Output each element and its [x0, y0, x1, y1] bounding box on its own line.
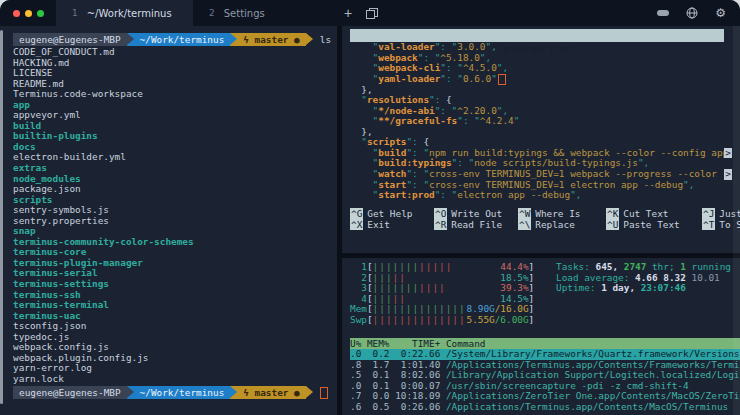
dir-entry: terminus-core — [13, 247, 337, 258]
minimize-window-button[interactable] — [25, 10, 32, 17]
process-row: .7 0.0 10:18.09 /Applications/ZeroTier O… — [350, 391, 740, 402]
dir-entry: docs — [13, 142, 337, 153]
file-entry: Terminus.code-workspace — [13, 89, 337, 100]
terminal-pane-htop[interactable]: 1[||||||||||||44.4%] 2[|||||18.5%] 3[|||… — [342, 258, 740, 415]
powerline-arrow — [306, 33, 313, 46]
dir-entry: node_modules — [13, 174, 337, 185]
dir-entry: extras — [13, 163, 337, 174]
window-controls — [0, 10, 56, 17]
htop-table-header: U% MEM% TIME+ Command — [350, 338, 740, 349]
serial-pill-icon[interactable] — [657, 10, 669, 16]
tab-bar: 1~/Work/terminus2Settings + ⚙ — [0, 0, 740, 26]
toolbar-icons: ⚙ — [657, 7, 740, 19]
globe-icon[interactable] — [686, 7, 698, 19]
nano-line: "scripts": { — [350, 137, 732, 148]
dir-entry: terminus-uac — [13, 311, 337, 322]
scrollbar-thumb[interactable] — [0, 30, 3, 404]
nano-title-bar: package.json GNU nano 4.5 — [350, 29, 724, 42]
line-truncated-marker: > — [724, 169, 732, 180]
tab-2[interactable]: 2Settings — [193, 0, 330, 26]
htop-meter: 4[|||||14.5%] — [350, 294, 546, 305]
tab-list: 1~/Work/terminus2Settings — [56, 0, 330, 26]
prompt-user-host: eugene@Eugenes-MBP — [13, 33, 127, 46]
file-entry: tsconfig.json — [13, 321, 337, 332]
htop-meter: 1[||||||||||||44.4%] — [350, 262, 546, 273]
nano-editor-content: "val-loader": "3.0.0", "webpack": "^5.18… — [350, 42, 732, 201]
dir-entry: terminus-plugin-manager — [13, 258, 337, 269]
nano-line: }, — [350, 127, 732, 138]
nano-shortcut: ^UPaste Text — [606, 220, 702, 231]
nano-shortcut: ^WWhere Is — [518, 209, 606, 220]
new-tab-button[interactable]: + — [344, 6, 352, 20]
nano-line: "start": "cross-env TERMINUS_DEV=1 elect… — [350, 180, 732, 191]
nano-line: "**/graceful-fs": "^4.2.4" — [350, 116, 732, 127]
ls-output: CODE_OF_CONDUCT.mdHACKING.mdLICENSEREADM… — [13, 47, 337, 385]
nano-line: "yaml-loader": "0.6.0" — [350, 74, 732, 85]
file-entry: LICENSE — [13, 68, 337, 79]
process-row-selected: .0 0.2 0:22.66 /System/Library/Framework… — [350, 349, 740, 360]
dir-entry: terminus-terminal — [13, 300, 337, 311]
htop-meter: 3[|||||||||||39.3%] — [350, 283, 546, 294]
prompt-path: ~/Work/terminus — [134, 33, 231, 46]
powerline-arrow — [127, 33, 134, 46]
nano-line: }, — [350, 85, 732, 96]
pane-area: eugene@Eugenes-MBP~/Work/terminusϟ maste… — [0, 26, 740, 415]
shell-prompt-top: eugene@Eugenes-MBP~/Work/terminusϟ maste… — [13, 33, 337, 46]
htop-stats: Tasks: 645, 2747 thr; 1 runningLoad aver… — [556, 262, 731, 325]
scrollbar-track[interactable] — [733, 26, 740, 415]
split-icon[interactable] — [366, 8, 377, 18]
close-window-button[interactable] — [13, 10, 20, 17]
file-entry: sentry-symbols.js — [13, 205, 337, 216]
gear-icon[interactable]: ⚙ — [715, 7, 726, 19]
file-entry: README.md — [13, 79, 337, 90]
dir-entry: terminus-settings — [13, 279, 337, 290]
nano-shortcut: ^OWrite Out — [434, 209, 518, 220]
line-truncated-marker: > — [724, 148, 732, 159]
dir-entry: build — [13, 121, 337, 132]
nano-line: "webpack-cli": "^4.5.0", — [350, 63, 732, 74]
prompt-git-branch: ϟ master ● — [237, 33, 305, 46]
typed-command: ls — [320, 34, 331, 45]
nano-shortcut-bar: ^GGet Help^OWrite Out^WWhere Is^KCut Tex… — [350, 209, 732, 231]
htop-process-table: U% MEM% TIME+ Command .0 0.2 0:22.66 /Sy… — [350, 338, 740, 412]
file-entry: webpack.config.js — [13, 342, 337, 353]
htop-meter: Mem[||||||||||||||||8.90G/16.0G] — [350, 304, 546, 315]
file-entry: yarn.lock — [13, 374, 337, 385]
dir-entry: terminus-community-color-schemes — [13, 237, 337, 248]
process-row: .8 1.7 1:01.40 /Applications/Terminus.ap… — [350, 360, 740, 371]
prompt-git-branch: ϟ master ● — [237, 386, 305, 399]
dir-entry: scripts — [13, 195, 337, 206]
nano-shortcut: ^XExit — [350, 220, 434, 231]
terminal-pane-shell[interactable]: eugene@Eugenes-MBP~/Work/terminusϟ maste… — [0, 26, 337, 415]
process-row: .6 0.5 0:26.06 /Applications/Terminus.ap… — [350, 402, 740, 413]
prompt-user-host: eugene@Eugenes-MBP — [13, 386, 127, 399]
maximize-window-button[interactable] — [37, 10, 44, 17]
nano-cursor — [498, 74, 506, 85]
nano-line: "webpack": "^5.18.0", — [350, 53, 732, 64]
htop-stat-line: Uptime: 1 day, 23:07:46 — [556, 283, 731, 294]
nano-line: "build": "npm run build:typings && webpa… — [350, 148, 732, 159]
terminal-pane-nano[interactable]: package.json GNU nano 4.5 "val-loader": … — [342, 26, 740, 253]
powerline-arrow — [306, 386, 313, 399]
file-entry: CODE_OF_CONDUCT.md — [13, 47, 337, 58]
terminal-window: 1~/Work/terminus2Settings + ⚙ eugene@Eug… — [0, 0, 740, 415]
process-row: .0 0.1 0:00.07 /usr/sbin/screencapture -… — [350, 381, 740, 392]
file-entry: package.json — [13, 184, 337, 195]
htop-meter: 2[|||||18.5%] — [350, 273, 546, 284]
htop-meters: 1[||||||||||||44.4%] 2[|||||18.5%] 3[|||… — [350, 262, 546, 325]
dir-entry: terminus-ssh — [13, 290, 337, 301]
nano-line: "*/node-abi": "^2.20.0", — [350, 106, 732, 117]
shell-prompt-bottom: eugene@Eugenes-MBP~/Work/terminusϟ maste… — [13, 386, 337, 399]
nano-shortcut: ^KCut Text — [606, 209, 702, 220]
dir-entry: snap — [13, 226, 337, 237]
nano-shortcut: ^\Replace — [518, 220, 606, 231]
nano-line: "build:typings": "node scripts/build-typ… — [350, 158, 732, 169]
nano-shortcut: ^GGet Help — [350, 209, 434, 220]
file-entry: appveyor.yml — [13, 110, 337, 121]
powerline-arrow — [230, 33, 237, 46]
htop-meter: Swp[||||||||||||||5.55G/6.00G] — [350, 315, 546, 326]
process-row: .5 0.1 8:02.06 /Library/Application Supp… — [350, 370, 740, 381]
tab-1[interactable]: 1~/Work/terminus — [56, 0, 193, 26]
dir-entry: app — [13, 100, 337, 111]
powerline-arrow — [230, 386, 237, 399]
